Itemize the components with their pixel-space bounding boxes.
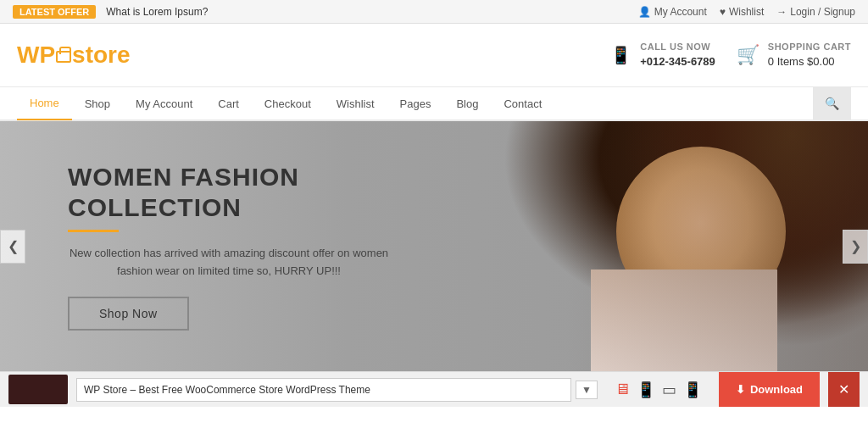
header-right: 📱 CALL US NOW +012-345-6789 🛒 SHOPPING C…	[610, 41, 851, 69]
close-button[interactable]: ✕	[828, 372, 860, 407]
nav-item-cart[interactable]: Cart	[205, 86, 252, 120]
search-button[interactable]: 🔍	[813, 86, 851, 120]
call-number: +012-345-6789	[640, 54, 715, 69]
slider-next-button[interactable]: ❯	[843, 230, 868, 264]
phone-section: 📱 CALL US NOW +012-345-6789	[610, 41, 715, 69]
top-bar-message: What is Lorem Ipsum?	[106, 6, 208, 18]
top-bar: LATEST OFFER What is Lorem Ipsum? 👤 My A…	[0, 0, 868, 24]
hero-content: WOMEN FASHION COLLECTION New collection …	[0, 162, 509, 331]
cart-icon: 🛒	[737, 44, 760, 66]
nav-item-pages[interactable]: Pages	[387, 86, 444, 120]
wishlist-link[interactable]: ♥ Wishlist	[720, 6, 764, 18]
hero-subtitle: New collection has arrived with amazing …	[68, 245, 390, 281]
bottom-bar: ▼ 🖥 📱 ▭ 📱 ⬇ Download ✕	[0, 371, 868, 407]
nav-items: Home Shop My Account Cart Checkout Wishl…	[17, 86, 813, 120]
hero-slider: ❮ WOMEN FASHION COLLECTION New collectio…	[0, 121, 868, 371]
login-signup-link[interactable]: → Login / Signup	[776, 6, 855, 18]
logo[interactable]: WPstore	[17, 42, 131, 69]
nav-item-shop[interactable]: Shop	[72, 86, 123, 120]
top-bar-right: 👤 My Account ♥ Wishlist → Login / Signup	[638, 6, 855, 18]
shop-now-button[interactable]: Shop Now	[68, 297, 189, 331]
logo-wp: WP	[17, 42, 55, 68]
phone-icon: 📱	[610, 45, 632, 65]
person-icon: 👤	[638, 6, 651, 18]
cart-amount: 0 Items $0.00	[768, 54, 851, 69]
latest-offer-badge[interactable]: LATEST OFFER	[13, 5, 96, 19]
header: WPstore 📱 CALL US NOW +012-345-6789 🛒 SH…	[0, 24, 868, 87]
close-icon: ✕	[838, 382, 849, 397]
heart-icon: ♥	[720, 6, 726, 18]
nav-item-contact[interactable]: Contact	[491, 86, 554, 120]
nav-item-checkout[interactable]: Checkout	[252, 86, 324, 120]
call-label: CALL US NOW	[640, 41, 715, 53]
thumbnail-preview	[8, 375, 68, 404]
desktop-icon[interactable]: 🖥	[615, 381, 630, 398]
cart-label: SHOPPING CART	[768, 41, 851, 53]
download-icon: ⬇	[736, 383, 745, 396]
nav-item-blog[interactable]: Blog	[443, 86, 491, 120]
mobile-icon[interactable]: 📱	[683, 381, 702, 399]
tablet-icon[interactable]: 📱	[637, 381, 655, 399]
login-icon: →	[776, 6, 787, 18]
slider-prev-button[interactable]: ❮	[0, 230, 25, 264]
logo-store: store	[72, 42, 130, 68]
device-icons: 🖥 📱 ▭ 📱	[615, 381, 702, 399]
url-input[interactable]	[76, 378, 571, 402]
top-bar-left: LATEST OFFER What is Lorem Ipsum?	[13, 5, 208, 19]
nav-item-home[interactable]: Home	[17, 86, 72, 120]
tablet-landscape-icon[interactable]: ▭	[662, 381, 676, 399]
cart-info: SHOPPING CART 0 Items $0.00	[768, 41, 851, 69]
nav-item-myaccount[interactable]: My Account	[123, 86, 205, 120]
logo-cart-icon	[56, 51, 71, 63]
hero-divider	[68, 230, 119, 232]
my-account-link[interactable]: 👤 My Account	[638, 6, 707, 18]
nav-item-wishlist[interactable]: Wishlist	[324, 86, 387, 120]
main-nav: Home Shop My Account Cart Checkout Wishl…	[0, 87, 868, 121]
cart-section[interactable]: 🛒 SHOPPING CART 0 Items $0.00	[737, 41, 851, 69]
url-dropdown-arrow[interactable]: ▼	[576, 381, 598, 399]
download-button[interactable]: ⬇ Download	[719, 372, 820, 407]
hero-title: WOMEN FASHION COLLECTION	[68, 162, 441, 223]
contact-info: CALL US NOW +012-345-6789	[640, 41, 715, 69]
url-bar: ▼	[76, 378, 598, 402]
